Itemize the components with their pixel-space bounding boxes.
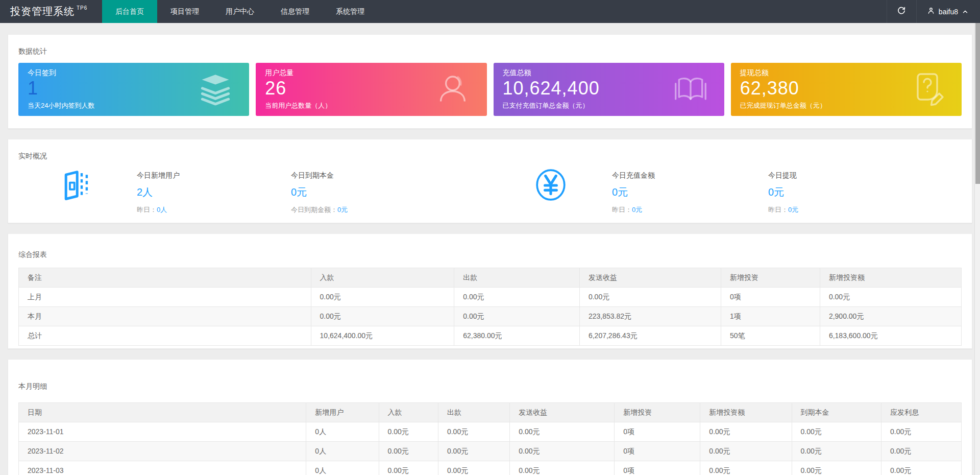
table-cell: 0.00元 <box>379 422 438 442</box>
overview-panel: 实时概况 今日新增用户2人昨日：0人今日到期本金0元今日到期金额：0元今日充值金… <box>8 139 972 223</box>
column-header: 出款 <box>438 403 509 422</box>
column-header: 发送收益 <box>510 403 615 422</box>
user-icon <box>927 7 935 16</box>
chevron-up-icon <box>962 8 969 15</box>
metric-sub: 今日到期金额：0元 <box>291 205 348 215</box>
report-header-row: 备注入款出款发送收益新增投资新增投资额 <box>19 268 962 288</box>
metric-sub: 昨日：0元 <box>768 205 798 215</box>
detail-header-row: 日期新增用户入款出款发送收益新增投资新增投资额到期本金应发利息 <box>19 403 962 422</box>
table-cell: 0.00元 <box>792 422 881 442</box>
doc-question-icon <box>911 72 945 107</box>
table-cell: 0.00元 <box>510 461 615 475</box>
column-header: 发送收益 <box>579 268 721 288</box>
table-cell: 1项 <box>721 307 820 326</box>
app-title: 投资管理系统 <box>10 5 75 18</box>
report-panel-title: 综合报表 <box>8 234 972 258</box>
metric-value: 0元 <box>768 185 798 199</box>
stat-card-3: 提现总额62,380已完成提现订单总金额（元） <box>731 63 962 116</box>
metric-label: 今日提现 <box>768 171 798 180</box>
nav-item-4[interactable]: 系统管理 <box>323 0 378 23</box>
column-header: 新增投资 <box>615 403 700 422</box>
nav-item-0[interactable]: 后台首页 <box>102 0 157 23</box>
stat-card-1: 用户总量26当前用户总数量（人） <box>256 63 486 116</box>
table-cell: 0.00元 <box>881 422 961 442</box>
table-cell: 0.00元 <box>700 442 792 461</box>
table-cell: 0.00元 <box>792 442 881 461</box>
table-cell: 223,853.82元 <box>579 307 721 326</box>
nav-right: baifu8 <box>887 0 980 23</box>
table-cell: 0.00元 <box>792 461 881 475</box>
column-header: 新增投资 <box>721 268 820 288</box>
app-logo: 投资管理系统 TP6 <box>0 0 102 23</box>
metric-sub: 昨日：0人 <box>137 205 180 215</box>
detail-table-body: 2023-11-010人0.00元0.00元0.00元0项0.00元0.00元0… <box>19 422 962 475</box>
stat-card-desc: 已支付充值订单总金额（元） <box>503 101 589 110</box>
table-cell: 0.00元 <box>881 442 961 461</box>
username: baifu8 <box>939 8 958 16</box>
column-header: 到期本金 <box>792 403 881 422</box>
stat-cards-row: 今日签到1当天24小时内签到人数用户总量26当前用户总数量（人）充值总额10,6… <box>8 63 972 116</box>
table-cell: 0项 <box>721 288 820 307</box>
report-table-body: 上月0.00元0.00元0.00元0项0.00元本月0.00元0.00元223,… <box>19 288 962 346</box>
table-row: 本月0.00元0.00元223,853.82元1项2,900.00元 <box>19 307 962 326</box>
table-cell: 0.00元 <box>311 307 454 326</box>
table-cell: 2023-11-01 <box>19 422 306 442</box>
table-cell: 2,900.00元 <box>820 307 961 326</box>
table-cell: 0项 <box>615 461 700 475</box>
table-cell: 0.00元 <box>311 288 454 307</box>
report-panel: 综合报表 备注入款出款发送收益新增投资新增投资额 上月0.00元0.00元0.0… <box>8 233 972 349</box>
stat-card-0: 今日签到1当天24小时内签到人数 <box>18 63 249 116</box>
table-cell: 0.00元 <box>881 461 961 475</box>
table-cell: 6,183,600.00元 <box>820 326 961 346</box>
table-cell: 0.00元 <box>820 288 961 307</box>
user-menu[interactable]: baifu8 <box>916 0 980 23</box>
refresh-button[interactable] <box>887 0 916 23</box>
stat-card-desc: 当前用户总数量（人） <box>265 101 331 110</box>
table-cell: 0.00元 <box>379 442 438 461</box>
table-cell: 本月 <box>19 307 311 326</box>
metric-label: 今日充值金额 <box>612 171 655 180</box>
stat-card-2: 充值总额10,624,400已支付充值订单总金额（元） <box>494 63 724 116</box>
nav-menu: 后台首页项目管理用户中心信息管理系统管理 <box>102 0 378 23</box>
table-cell: 6,207,286.43元 <box>579 326 721 346</box>
table-cell: 2023-11-03 <box>19 461 306 475</box>
user-icon <box>436 72 471 107</box>
detail-panel: 本月明细 日期新增用户入款出款发送收益新增投资新增投资额到期本金应发利息 202… <box>8 359 972 475</box>
column-header: 入款 <box>311 268 454 288</box>
column-header: 应发利息 <box>881 403 961 422</box>
table-cell: 0.00元 <box>438 422 509 442</box>
table-row: 2023-11-020人0.00元0.00元0.00元0项0.00元0.00元0… <box>19 442 962 461</box>
detail-table: 日期新增用户入款出款发送收益新增投资新增投资额到期本金应发利息 2023-11-… <box>18 402 962 475</box>
table-cell: 上月 <box>19 288 311 307</box>
detail-panel-title: 本月明细 <box>8 360 972 390</box>
nav-item-3[interactable]: 信息管理 <box>267 0 323 23</box>
metric-label: 今日新增用户 <box>137 171 180 180</box>
column-header: 备注 <box>19 268 311 288</box>
metric-label: 今日到期本金 <box>291 171 348 180</box>
column-header: 出款 <box>454 268 580 288</box>
table-cell: 0人 <box>306 442 379 461</box>
page-scrollbar-track[interactable] <box>974 23 980 475</box>
stats-panel: 数据统计 今日签到1当天24小时内签到人数用户总量26当前用户总数量（人）充值总… <box>8 34 972 129</box>
metric-sub: 昨日：0元 <box>612 205 655 215</box>
table-row: 总计10,624,400.00元62,380.00元6,207,286.43元5… <box>19 326 962 346</box>
table-cell: 62,380.00元 <box>454 326 580 346</box>
app-version: TP6 <box>77 5 87 11</box>
table-cell: 0.00元 <box>438 461 509 475</box>
stat-card-desc: 已完成提现订单总金额（元） <box>740 101 826 110</box>
column-header: 新增用户 <box>306 403 379 422</box>
stats-panel-title: 数据统计 <box>8 35 972 55</box>
table-cell: 10,624,400.00元 <box>311 326 454 346</box>
nav-item-1[interactable]: 项目管理 <box>157 0 212 23</box>
table-cell: 0.00元 <box>579 288 721 307</box>
report-table: 备注入款出款发送收益新增投资新增投资额 上月0.00元0.00元0.00元0项0… <box>18 268 962 346</box>
table-cell: 2023-11-02 <box>19 442 306 461</box>
overview-metric-0: 今日新增用户2人昨日：0人 <box>137 171 180 215</box>
nav-item-2[interactable]: 用户中心 <box>212 0 267 23</box>
metric-value: 2人 <box>137 185 180 199</box>
stat-card-desc: 当天24小时内签到人数 <box>28 101 94 110</box>
page-scrollbar-thumb[interactable] <box>975 23 980 184</box>
overview-metric-2: 今日充值金额0元昨日：0元 <box>612 171 655 215</box>
metric-value: 0元 <box>291 185 348 199</box>
metric-value: 0元 <box>612 185 655 199</box>
